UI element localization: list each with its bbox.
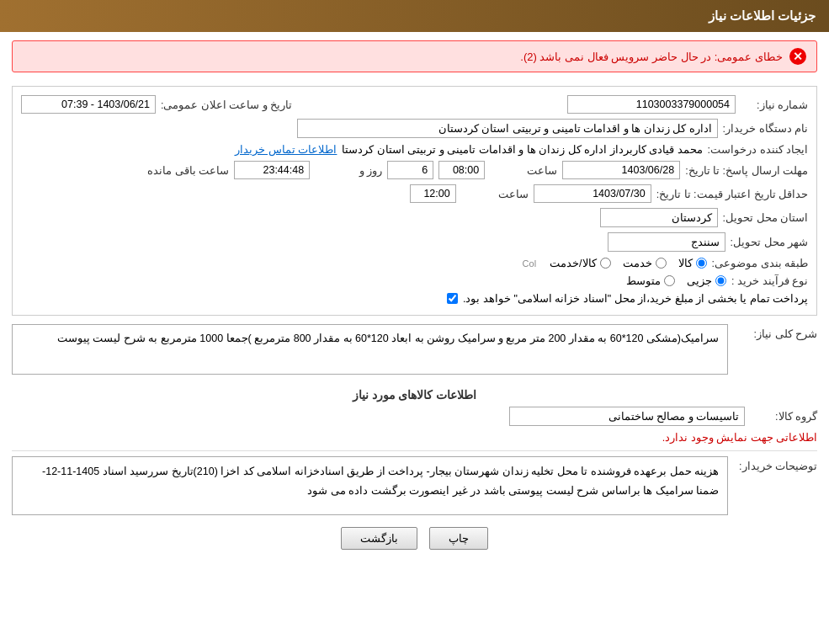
shahr-value: سنندج	[608, 232, 725, 252]
nav-motavaset[interactable]: متوسط	[626, 274, 675, 287]
row-ostan: استان محل تحویل: کردستان	[21, 208, 808, 227]
row-sharhkoli: شرح کلی نیاز: سرامیک(مشکی 120*60 به مقدا…	[12, 324, 817, 381]
row-tabaqe: طبقه بندی موضوعی: کالا خدمت کالا/خدمت Co…	[21, 257, 808, 269]
grohkala-label: گروه کالا:	[750, 410, 817, 423]
mohlat-date: 1403/06/28	[562, 161, 680, 179]
roz-label: روز و	[315, 164, 382, 177]
tarikh-value: 1403/06/21 - 07:39	[21, 95, 156, 114]
kalaha-title: اطلاعات کالاهای مورد نیاز	[12, 388, 817, 402]
sharhkoli-value: سرامیک(مشکی 120*60 به مقدار 200 متر مربع…	[12, 324, 728, 375]
row-checkbox: پرداخت تمام یا بخشی از مبلغ خرید،از محل …	[21, 292, 808, 305]
namdastgah-value: اداره کل زندان ها و اقدامات تامینی و ترب…	[297, 119, 718, 138]
buttons-row: چاپ بازگشت	[12, 527, 817, 550]
page-wrapper: جزئیات اطلاعات نیاز ✕ خطای عمومی: در حال…	[0, 0, 829, 644]
row-navfarayand: نوع فرآیند خرید : جزیی متوسط	[21, 274, 808, 287]
error-icon: ✕	[789, 48, 806, 65]
tabaqe-kala[interactable]: کالا	[678, 257, 707, 269]
checkbox-label: پرداخت تمام یا بخشی از مبلغ خرید،از محل …	[463, 292, 808, 305]
grohkala-value: تاسیسات و مصالح ساختمانی	[509, 407, 745, 426]
row-hadaqal: حداقل تاریخ اعتبار قیمت: تا تاریخ: 1403/…	[21, 184, 808, 203]
tarikh-label: تاریخ و ساعت اعلان عمومی:	[161, 98, 292, 111]
row-namdastgah: نام دستگاه خریدار: اداره کل زندان ها و ا…	[21, 119, 808, 138]
tawzih-label: توضیحات خریدار:	[733, 456, 817, 472]
mohlat-time: 08:00	[438, 161, 485, 179]
namdastgah-label: نام دستگاه خریدار:	[723, 122, 808, 135]
hadaqal-saat-label: ساعت	[461, 188, 529, 200]
saat-label: ساعت	[490, 164, 557, 177]
mohlat-remaining: 23:44:48	[234, 161, 310, 179]
checkbox-pardakht[interactable]: پرداخت تمام یا بخشی از مبلغ خرید،از محل …	[447, 292, 808, 305]
row-ijad: ایجاد کننده درخواست: محمد قیادی کاربرداز…	[21, 143, 808, 156]
no-info-text: اطلاعاتی جهت نمایش وجود ندارد.	[12, 431, 817, 444]
tabaqe-radio-group: کالا خدمت کالا/خدمت	[550, 257, 706, 269]
hadaqal-date: 1403/07/30	[534, 184, 651, 203]
page-header: جزئیات اطلاعات نیاز	[0, 0, 829, 32]
ostan-label: استان محل تحویل:	[723, 211, 808, 224]
ijad-value: محمد قیادی کاربرداز اداره کل زندان ها و …	[342, 143, 702, 156]
error-message: خطای عمومی: در حال حاضر سرویس فعال نمی ب…	[520, 51, 783, 63]
mohlat-label: مهلت ارسال پاسخ: تا تاریخ:	[685, 164, 808, 177]
tabaqe-kala-radio[interactable]	[696, 258, 707, 269]
row-mohlat: مهلت ارسال پاسخ: تا تاریخ: 1403/06/28 سا…	[21, 161, 808, 179]
navfarayand-label: نوع فرآیند خرید :	[731, 274, 808, 287]
checkbox-pardakht-input[interactable]	[447, 293, 458, 304]
col-label: Col	[523, 258, 537, 269]
hadaqal-time: 12:00	[410, 184, 456, 203]
remaining-label: ساعت باقی مانده	[147, 164, 229, 177]
tabaqe-khedmat[interactable]: خدمت	[623, 257, 667, 269]
shahr-label: شهر محل تحویل:	[731, 236, 808, 248]
nav-motavaset-radio[interactable]	[664, 275, 675, 286]
print-button[interactable]: چاپ	[429, 527, 488, 550]
row-shahr: شهر محل تحویل: سنندج	[21, 232, 808, 252]
ijad-link[interactable]: اطلاعات تماس خریدار	[235, 143, 337, 156]
ostan-value: کردستان	[600, 208, 718, 227]
row-shomare: شماره نیاز: 1103003379000054 تاریخ و ساع…	[21, 95, 808, 114]
tabaqe-kala-khedmat[interactable]: کالا/خدمت	[550, 257, 610, 269]
nav-jozii-radio[interactable]	[715, 275, 726, 286]
row-tawzih: توضیحات خریدار: هزینه حمل برعهده فروشنده…	[12, 456, 817, 515]
navfarayand-radio-group: جزیی متوسط	[626, 274, 726, 287]
hadaqal-label: حداقل تاریخ اعتبار قیمت: تا تاریخ:	[656, 188, 808, 200]
tabaqe-khedmat-radio[interactable]	[656, 258, 667, 269]
mohlat-roz: 6	[387, 161, 433, 179]
separator	[12, 450, 817, 451]
page-title: جزئیات اطلاعات نیاز	[709, 8, 816, 23]
ijad-label: ایجاد کننده درخواست:	[708, 143, 808, 156]
main-content: شماره نیاز: 1103003379000054 تاریخ و ساع…	[0, 81, 829, 567]
sharhkoli-label: شرح کلی نیاز:	[733, 324, 817, 340]
tabaqe-kalakhedmat-radio[interactable]	[600, 258, 611, 269]
nav-jozii[interactable]: جزیی	[687, 274, 726, 287]
tabaqe-label: طبقه بندی موضوعی:	[712, 257, 808, 269]
back-button[interactable]: بازگشت	[341, 527, 417, 550]
shomare-niaz-value: 1103003379000054	[567, 95, 736, 114]
shomare-niaz-label: شماره نیاز:	[741, 98, 808, 111]
info-section: شماره نیاز: 1103003379000054 تاریخ و ساع…	[12, 86, 817, 316]
row-grohkala: گروه کالا: تاسیسات و مصالح ساختمانی	[12, 407, 817, 426]
error-banner: ✕ خطای عمومی: در حال حاضر سرویس فعال نمی…	[12, 40, 817, 72]
tawzih-value: هزینه حمل برعهده فروشنده تا محل تخلیه زن…	[12, 456, 728, 515]
